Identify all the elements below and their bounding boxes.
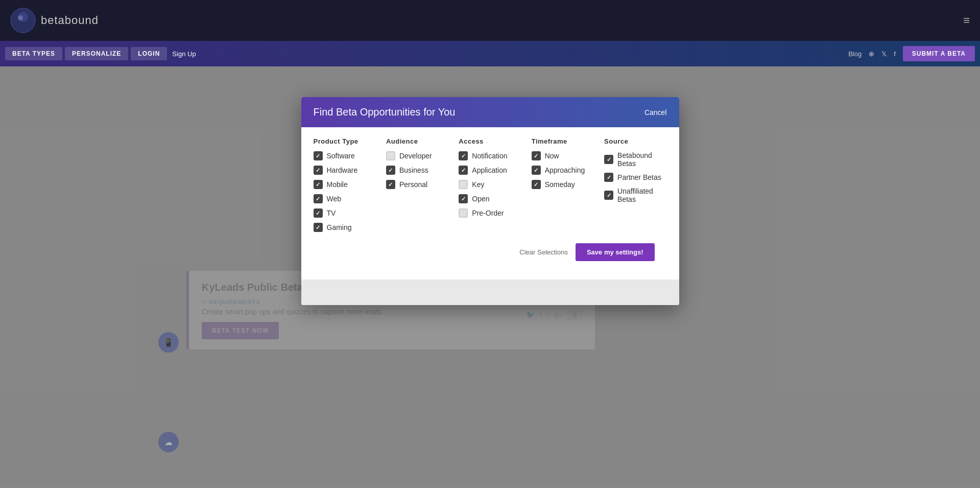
filter-unaffiliated-betas[interactable]: Unaffiliated Betas bbox=[604, 187, 666, 203]
top-bar: betabound ≡ bbox=[0, 0, 980, 41]
filter-approaching[interactable]: Approaching bbox=[532, 166, 594, 175]
filter-web[interactable]: Web bbox=[314, 194, 376, 203]
nav-right: Blog ⊕ 𝕏 f SUBMIT A BETA bbox=[848, 46, 975, 61]
checkbox-web[interactable] bbox=[314, 194, 323, 203]
modal-footer: Clear Selections Save my settings! bbox=[314, 237, 667, 269]
checkbox-mobile[interactable] bbox=[314, 180, 323, 189]
blog-link[interactable]: Blog bbox=[848, 50, 862, 58]
filter-partner-betas[interactable]: Partner Betas bbox=[604, 173, 666, 182]
page-content: Featured Beta Opportunities KyLeads Publ… bbox=[0, 66, 980, 485]
checkbox-software[interactable] bbox=[314, 151, 323, 160]
product-type-header: Product Type bbox=[314, 137, 376, 145]
checkbox-notification[interactable] bbox=[459, 151, 468, 160]
timeframe-column: Timeframe Now Approaching Someday bbox=[532, 137, 594, 237]
nav-bar: BETA TYPES PERSONALIZE LOGIN Sign Up Blo… bbox=[0, 41, 980, 66]
modal-footer-bar bbox=[301, 280, 679, 305]
label-key: Key bbox=[472, 180, 484, 189]
label-notification: Notification bbox=[472, 152, 507, 160]
checkbox-business[interactable] bbox=[386, 166, 395, 175]
checkbox-hardware[interactable] bbox=[314, 166, 323, 175]
timeframe-header: Timeframe bbox=[532, 137, 594, 145]
hamburger-menu[interactable]: ≡ bbox=[963, 14, 970, 27]
rss-icon[interactable]: ⊕ bbox=[869, 50, 874, 58]
checkbox-someday[interactable] bbox=[532, 180, 541, 189]
label-mobile: Mobile bbox=[327, 180, 348, 189]
audience-header: Audience bbox=[386, 137, 448, 145]
product-type-column: Product Type Software Hardware Mobile bbox=[314, 137, 376, 237]
audience-column: Audience Developer Business Personal bbox=[386, 137, 448, 237]
label-personal: Personal bbox=[399, 180, 427, 189]
checkbox-unaffiliated-betas[interactable] bbox=[604, 191, 613, 200]
filter-software[interactable]: Software bbox=[314, 151, 376, 160]
login-button[interactable]: LOGIN bbox=[131, 47, 167, 60]
personalize-button[interactable]: PERSONALIZE bbox=[65, 47, 128, 60]
filter-someday[interactable]: Someday bbox=[532, 180, 594, 189]
twitter-icon[interactable]: 𝕏 bbox=[881, 50, 887, 58]
svg-point-2 bbox=[18, 15, 23, 20]
checkbox-now[interactable] bbox=[532, 151, 541, 160]
label-unaffiliated-betas: Unaffiliated Betas bbox=[617, 187, 666, 203]
label-betabound-betas: Betabound Betas bbox=[617, 151, 666, 168]
label-pre-order: Pre-Order bbox=[472, 209, 504, 217]
filter-key[interactable]: Key bbox=[459, 180, 521, 189]
filter-gaming[interactable]: Gaming bbox=[314, 223, 376, 232]
beta-types-button[interactable]: BETA TYPES bbox=[5, 47, 62, 60]
clear-selections-button[interactable]: Clear Selections bbox=[519, 248, 568, 256]
save-settings-button[interactable]: Save my settings! bbox=[576, 243, 655, 261]
filter-grid: Product Type Software Hardware Mobile bbox=[314, 137, 667, 237]
label-open: Open bbox=[472, 195, 489, 203]
label-tv: TV bbox=[327, 209, 336, 217]
checkbox-tv[interactable] bbox=[314, 208, 323, 218]
label-someday: Someday bbox=[545, 180, 575, 189]
filter-pre-order[interactable]: Pre-Order bbox=[459, 208, 521, 218]
checkbox-key[interactable] bbox=[459, 180, 468, 189]
facebook-icon[interactable]: f bbox=[894, 50, 896, 58]
sign-up-link[interactable]: Sign Up bbox=[172, 50, 196, 58]
filter-business[interactable]: Business bbox=[386, 166, 448, 175]
checkbox-gaming[interactable] bbox=[314, 223, 323, 232]
checkbox-open[interactable] bbox=[459, 194, 468, 203]
checkbox-application[interactable] bbox=[459, 166, 468, 175]
filter-developer[interactable]: Developer bbox=[386, 151, 448, 160]
modal-body: Product Type Software Hardware Mobile bbox=[301, 127, 679, 280]
label-approaching: Approaching bbox=[545, 166, 585, 174]
modal-cancel-button[interactable]: Cancel bbox=[644, 108, 667, 117]
filter-now[interactable]: Now bbox=[532, 151, 594, 160]
modal-overlay: Find Beta Opportunities for You Cancel P… bbox=[0, 66, 980, 485]
logo-icon bbox=[10, 8, 36, 33]
label-partner-betas: Partner Betas bbox=[617, 173, 661, 181]
logo-area: betabound bbox=[10, 8, 99, 33]
access-header: Access bbox=[459, 137, 521, 145]
filter-mobile[interactable]: Mobile bbox=[314, 180, 376, 189]
checkbox-personal[interactable] bbox=[386, 180, 395, 189]
checkbox-developer[interactable] bbox=[386, 151, 395, 160]
label-software: Software bbox=[327, 152, 355, 160]
checkbox-approaching[interactable] bbox=[532, 166, 541, 175]
label-gaming: Gaming bbox=[327, 223, 352, 231]
logo-text: betabound bbox=[41, 14, 99, 27]
filter-tv[interactable]: TV bbox=[314, 208, 376, 218]
label-now: Now bbox=[545, 152, 559, 160]
modal-header: Find Beta Opportunities for You Cancel bbox=[301, 97, 679, 127]
label-web: Web bbox=[327, 195, 342, 203]
filter-modal: Find Beta Opportunities for You Cancel P… bbox=[301, 97, 679, 305]
source-column: Source Betabound Betas Partner Betas Una… bbox=[604, 137, 666, 237]
submit-beta-button[interactable]: SUBMIT A BETA bbox=[903, 46, 975, 61]
access-column: Access Notification Application Key bbox=[459, 137, 521, 237]
filter-personal[interactable]: Personal bbox=[386, 180, 448, 189]
label-application: Application bbox=[472, 166, 507, 174]
filter-application[interactable]: Application bbox=[459, 166, 521, 175]
label-developer: Developer bbox=[399, 152, 432, 160]
label-business: Business bbox=[399, 166, 428, 174]
filter-notification[interactable]: Notification bbox=[459, 151, 521, 160]
source-header: Source bbox=[604, 137, 666, 145]
filter-hardware[interactable]: Hardware bbox=[314, 166, 376, 175]
checkbox-pre-order[interactable] bbox=[459, 208, 468, 218]
filter-open[interactable]: Open bbox=[459, 194, 521, 203]
checkbox-partner-betas[interactable] bbox=[604, 173, 613, 182]
filter-betabound-betas[interactable]: Betabound Betas bbox=[604, 151, 666, 168]
modal-title: Find Beta Opportunities for You bbox=[314, 106, 456, 118]
label-hardware: Hardware bbox=[327, 166, 358, 174]
checkbox-betabound-betas[interactable] bbox=[604, 155, 613, 164]
